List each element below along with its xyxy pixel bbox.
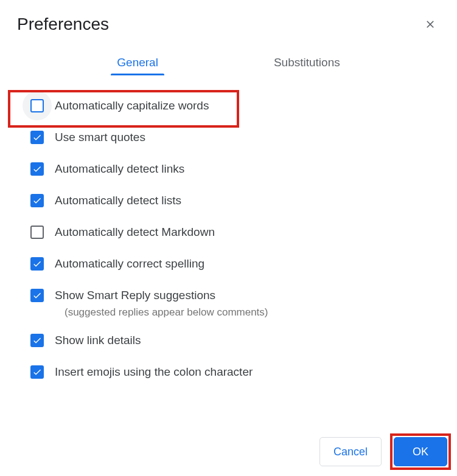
option-emoji-colon: Insert emojis using the colon character [30,356,440,388]
option-detect-markdown: Automatically detect Markdown [30,216,440,248]
preferences-dialog: Preferences General Substitutions Automa… [0,0,457,400]
dialog-title: Preferences [17,15,109,34]
check-icon [32,196,42,205]
checkbox-correct-spelling[interactable] [30,257,44,271]
option-label: Automatically detect Markdown [55,226,215,239]
option-correct-spelling: Automatically correct spelling [30,248,440,280]
dialog-header: Preferences [17,15,440,34]
checkbox-detect-lists[interactable] [30,194,44,207]
option-label: Show Smart Reply suggestions [55,289,215,302]
option-sublabel: (suggested replies appear below comments… [65,306,440,321]
option-label: Automatically detect lists [55,194,181,207]
option-detect-lists: Automatically detect lists [30,185,440,216]
check-icon [32,133,42,142]
close-icon [424,18,436,30]
option-smart-reply: Show Smart Reply suggestions (suggested … [30,280,440,325]
tab-bar: General Substitutions [17,51,440,75]
options-list: Automatically capitalize words Use smart… [17,90,440,388]
checkbox-link-details[interactable] [30,334,44,347]
tab-general[interactable]: General [117,51,158,75]
tab-substitutions[interactable]: Substitutions [274,51,340,75]
check-icon [32,367,42,377]
checkbox-detect-links[interactable] [30,162,44,176]
check-icon [32,164,42,174]
checkbox-smart-quotes[interactable] [30,131,44,144]
option-label: Use smart quotes [55,131,145,144]
option-detect-links: Automatically detect links [30,153,440,185]
checkbox-detect-markdown[interactable] [30,226,44,239]
annotation-highlight-ok: OK [390,433,451,470]
check-icon [32,259,42,269]
ok-button[interactable]: OK [394,437,447,466]
checkbox-smart-reply[interactable] [30,289,44,302]
check-icon [32,336,42,345]
check-icon [32,291,42,300]
checkbox-emoji-colon[interactable] [30,365,44,379]
annotation-highlight-first-option [8,90,239,128]
option-label: Automatically correct spelling [55,257,204,271]
option-link-details: Show link details [30,325,440,356]
cancel-button[interactable]: Cancel [319,437,382,466]
close-button[interactable] [420,15,440,34]
option-label: Automatically detect links [55,162,184,176]
option-label: Show link details [55,334,141,347]
option-label: Insert emojis using the colon character [55,365,253,379]
dialog-footer: Cancel OK [319,433,451,470]
